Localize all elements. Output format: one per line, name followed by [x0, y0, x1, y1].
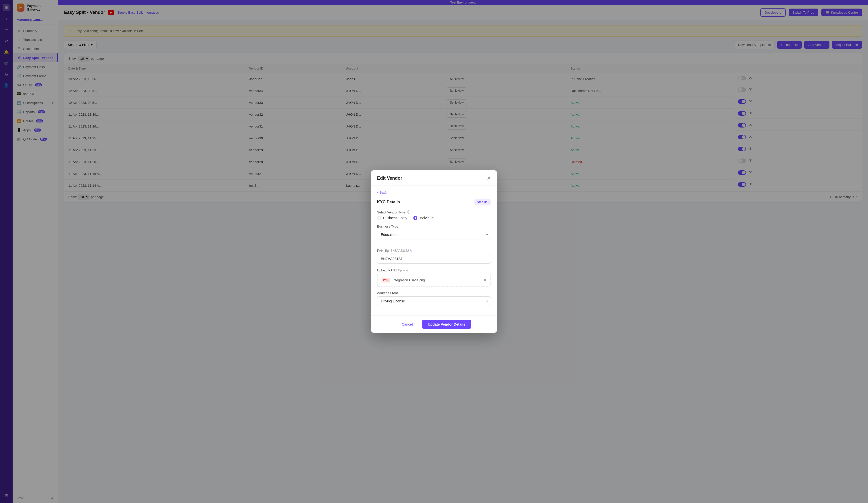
- upload-pan-group: Upload PAN Optional PNG Integration Usag…: [377, 268, 491, 287]
- upload-pan-label: Upload PAN Optional: [377, 268, 491, 272]
- modal-close-button[interactable]: ✕: [487, 175, 491, 181]
- pan-hint: Eg. BNZAA2318J ⎘: [385, 249, 412, 253]
- file-info: PNG Integration Usage.png: [382, 278, 425, 283]
- pan-input[interactable]: [377, 254, 491, 264]
- back-label: Back: [380, 191, 387, 194]
- modal-header: Edit Vendor ✕: [371, 170, 497, 185]
- vendor-type-label: Select Vendor Type ⓘ: [377, 210, 491, 214]
- pan-group: PAN Eg. BNZAA2318J ⎘: [377, 249, 491, 264]
- vendor-type-group: Select Vendor Type ⓘ Business Entity Ind…: [377, 210, 491, 220]
- back-arrow-icon: ‹: [377, 191, 378, 194]
- radio-circle-business: [377, 216, 381, 220]
- copy-icon[interactable]: ⎘: [410, 249, 412, 253]
- update-vendor-button[interactable]: Update Vendor Details: [422, 320, 472, 329]
- file-remove-button[interactable]: ✕: [483, 278, 486, 283]
- file-upload-box[interactable]: PNG Integration Usage.png ✕: [377, 274, 491, 287]
- pan-label: PAN Eg. BNZAA2318J ⎘: [377, 249, 491, 253]
- business-type-label: Business Type: [377, 225, 491, 228]
- cancel-button[interactable]: Cancel: [397, 320, 418, 329]
- info-icon: ⓘ: [407, 210, 410, 214]
- address-proof-group: Address Proof Driving License Passport V…: [377, 291, 491, 306]
- section-header: KYC Details Step 3/3: [377, 199, 491, 205]
- file-name: Integration Usage.png: [393, 278, 425, 282]
- radio-circle-individual: [413, 216, 417, 220]
- address-proof-select[interactable]: Driving License Passport Voter ID: [377, 296, 491, 306]
- optional-badge: Optional: [396, 268, 410, 272]
- business-type-select[interactable]: Education Technology Healthcare Finance: [377, 230, 491, 239]
- modal-title: Edit Vendor: [377, 176, 402, 181]
- edit-vendor-modal: Edit Vendor ✕ ‹ Back KYC Details Step 3/…: [371, 170, 497, 333]
- back-button[interactable]: ‹ Back: [377, 191, 491, 194]
- modal-overlay[interactable]: Edit Vendor ✕ ‹ Back KYC Details Step 3/…: [0, 0, 868, 503]
- address-proof-select-wrap: Driving License Passport Voter ID ▾: [377, 296, 491, 306]
- radio-individual[interactable]: Individual: [413, 216, 434, 220]
- business-type-group: Business Type Education Technology Healt…: [377, 225, 491, 239]
- radio-business-entity[interactable]: Business Entity: [377, 216, 407, 220]
- step-badge: Step 3/3: [474, 199, 491, 205]
- vendor-type-radio-group: Business Entity Individual: [377, 216, 491, 220]
- modal-body: ‹ Back KYC Details Step 3/3 Select Vendo…: [371, 185, 497, 316]
- pdf-icon: PNG: [382, 278, 390, 283]
- modal-footer: Cancel Update Vendor Details: [371, 316, 497, 333]
- business-type-select-wrap: Education Technology Healthcare Finance …: [377, 230, 491, 239]
- section-title: KYC Details: [377, 200, 400, 204]
- address-proof-label: Address Proof: [377, 291, 491, 295]
